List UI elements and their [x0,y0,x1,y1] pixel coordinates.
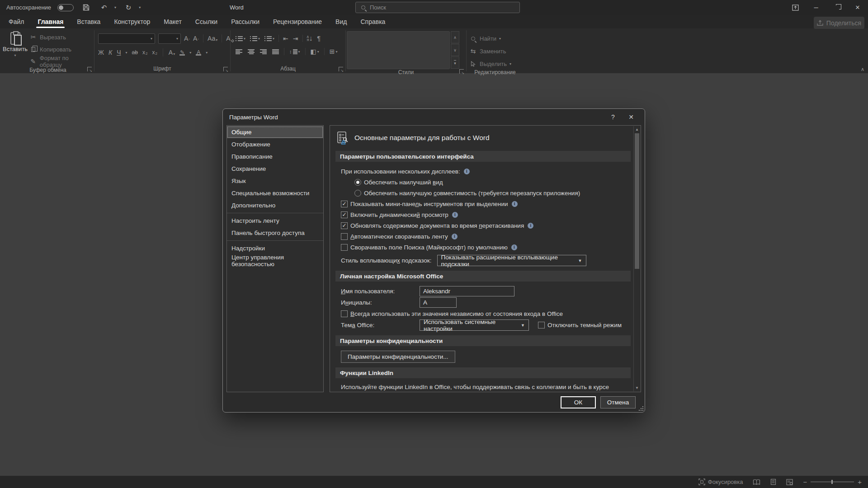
paragraph-dialog-launcher[interactable] [339,67,343,71]
tab-review[interactable]: Рецензирование [266,15,329,28]
text-effects-button[interactable]: А▾ [169,49,175,56]
checkbox-always-use-values[interactable]: ✓ [341,310,348,317]
info-icon[interactable]: i [511,244,517,250]
nav-item-proofing[interactable]: Правописание [227,150,323,163]
undo-dropdown-icon[interactable]: ▾ [114,5,116,9]
tab-insert[interactable]: Вставка [70,15,107,28]
styles-dialog-launcher[interactable] [459,69,464,74]
nav-item-trust-center[interactable]: Центр управления безопасностью [227,254,323,267]
dialog-help-button[interactable]: ? [604,110,622,124]
strikethrough-button[interactable]: ab [132,49,138,56]
align-right-button[interactable] [259,47,268,56]
radio-best-appearance[interactable] [354,179,361,186]
initials-field[interactable]: A [420,297,457,308]
scrollbar-thumb[interactable] [635,133,639,269]
format-painter-button[interactable]: ✎Формат по образцу [28,56,93,67]
multilevel-list-button[interactable]: ▾ [263,33,276,43]
font-name-combobox[interactable]: ▾ [98,33,155,44]
shading-button[interactable]: ◧▾ [309,47,321,56]
read-mode-button[interactable] [753,479,760,485]
find-button[interactable]: Найти▾ [467,33,513,44]
select-button[interactable]: Выделить▾ [467,58,513,69]
ok-button[interactable]: ОК [561,396,596,408]
restore-button[interactable] [826,0,847,15]
grow-font-button[interactable]: Аˆ [184,35,190,42]
bullets-button[interactable]: ▾ [234,33,247,43]
numbering-button[interactable]: ▾ [249,33,261,43]
search-input[interactable]: Поиск [355,2,520,13]
tab-home[interactable]: Главная [31,15,70,28]
decrease-indent-button[interactable]: ⇤ [282,33,290,43]
tooltip-style-dropdown[interactable]: Показывать расширенные всплывающие подск… [437,255,586,266]
print-layout-button[interactable] [770,479,776,485]
nav-item-display[interactable]: Отображение [227,138,323,150]
checkbox-disable-dark-mode[interactable]: ✓ [538,322,545,328]
paste-button[interactable]: Вставить ▾ [3,30,28,67]
clipboard-dialog-launcher[interactable] [87,67,92,71]
resize-grip[interactable] [639,407,643,411]
change-case-button[interactable]: Аа ▾ [208,35,217,42]
nav-item-general[interactable]: Общие [227,126,323,138]
italic-button[interactable]: К [108,49,112,56]
nav-item-accessibility[interactable]: Специальные возможности [227,187,323,199]
nav-item-language[interactable]: Язык [227,175,323,187]
sort-button[interactable]: АЯ↓ [306,33,314,43]
increase-indent-button[interactable]: ⇥ [292,33,300,43]
minimize-button[interactable]: ─ [806,0,826,15]
bold-button[interactable]: Ж [98,49,104,56]
privacy-settings-button[interactable]: Параметры конфиденциальности... [341,351,455,363]
info-icon[interactable]: i [452,212,458,218]
subscript-button[interactable]: x2 [142,49,147,56]
quick-access-customize-icon[interactable]: ▾ [139,5,141,9]
undo-button[interactable]: ↶ [98,2,110,13]
font-dialog-launcher[interactable] [223,67,228,71]
styles-gallery[interactable] [347,31,450,69]
collapse-ribbon-icon[interactable]: ∧ [861,66,864,72]
web-layout-button[interactable] [786,479,793,485]
line-spacing-button[interactable]: ↕▾ [288,47,302,56]
nav-item-advanced[interactable]: Дополнительно [227,199,323,211]
share-button[interactable]: Поделиться [814,17,864,29]
styles-scroll-down-button[interactable]: ∨ [451,44,459,56]
borders-button[interactable]: ⊞▾ [328,47,339,56]
tab-file[interactable]: Файл [2,15,31,28]
checkbox-live-preview[interactable]: ✓ [341,211,348,218]
tab-layout[interactable]: Макет [157,15,189,28]
info-icon[interactable]: i [528,223,533,229]
align-center-button[interactable] [246,47,256,56]
font-color-button[interactable]: А [196,50,201,56]
font-size-combobox[interactable]: ▾ [158,33,181,44]
ribbon-display-options-button[interactable] [785,0,806,15]
redo-button[interactable]: ↻ [123,2,134,13]
tab-references[interactable]: Ссылки [189,15,224,28]
info-icon[interactable]: i [452,234,458,239]
styles-scroll-up-button[interactable]: ∧ [451,31,459,43]
zoom-slider[interactable] [811,482,854,482]
checkbox-collapse-ribbon[interactable]: ✓ [341,233,348,240]
underline-button[interactable]: Ч [117,49,121,56]
underline-dropdown-icon[interactable]: ▾ [126,51,127,55]
content-scrollbar[interactable]: ▲ ▼ [633,126,640,391]
tab-design[interactable]: Конструктор [107,15,157,28]
zoom-in-button[interactable]: + [858,478,862,486]
highlight-dropdown-icon[interactable]: ▾ [189,51,191,55]
username-field[interactable]: Aleksandr [420,286,514,296]
cancel-button[interactable]: Отмена [600,396,636,408]
focus-mode-button[interactable]: Фокусировка [698,479,743,485]
dialog-title-bar[interactable]: Параметры Word ? ✕ [223,109,645,125]
office-theme-dropdown[interactable]: Использовать системные настройки▼ [420,319,529,331]
scroll-down-icon[interactable]: ▼ [634,385,640,391]
nav-item-quick-access[interactable]: Панель быстрого доступа [227,227,323,239]
nav-item-addins[interactable]: Надстройки [227,242,323,254]
nav-item-save[interactable]: Сохранение [227,163,323,175]
zoom-slider-knob[interactable] [831,480,833,484]
superscript-button[interactable]: x2 [152,49,157,56]
autosave-toggle[interactable] [57,4,74,11]
checkbox-mini-toolbar[interactable]: ✓ [341,201,348,207]
replace-button[interactable]: ⇆Заменить [467,46,513,56]
info-icon[interactable]: i [512,201,518,207]
show-marks-button[interactable]: ¶ [316,33,322,43]
nav-item-customize-ribbon[interactable]: Настроить ленту [227,215,323,227]
checkbox-update-while-drag[interactable]: ✓ [341,222,348,229]
dialog-close-button[interactable]: ✕ [622,110,640,124]
